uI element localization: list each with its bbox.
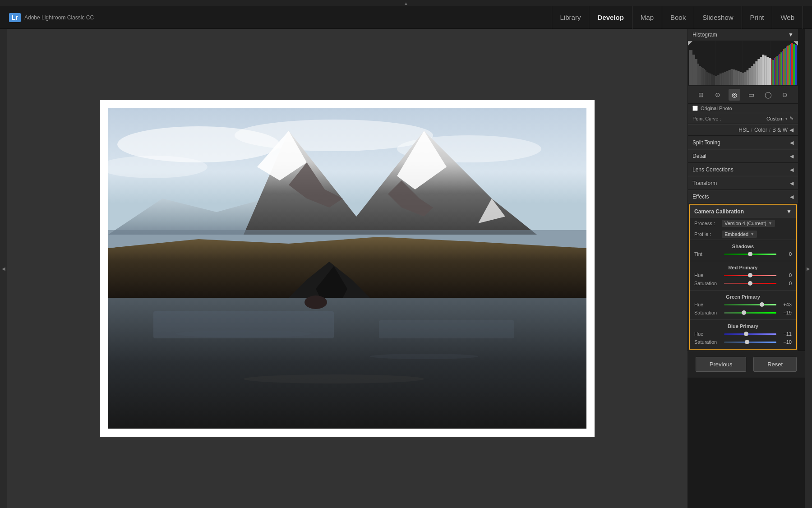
svg-rect-80 [790, 44, 791, 85]
blue-hue-value: −11 [779, 331, 792, 337]
green-sat-slider[interactable] [724, 309, 776, 316]
original-photo-label: Original Photo [701, 106, 732, 111]
hsl-sep2: / [769, 127, 770, 133]
original-photo-checkbox[interactable] [692, 106, 698, 111]
svg-rect-49 [733, 69, 735, 85]
tool-grid[interactable]: ⊞ [695, 89, 707, 101]
svg-rect-42 [717, 75, 720, 85]
svg-rect-75 [783, 49, 784, 85]
svg-rect-40 [713, 75, 715, 85]
nav-map[interactable]: Map [632, 6, 662, 29]
svg-point-18 [370, 354, 478, 359]
svg-rect-31 [699, 66, 701, 85]
lens-corrections-header[interactable]: Lens Corrections ◀ [688, 163, 798, 176]
histogram-area [688, 41, 798, 86]
svg-rect-38 [710, 74, 711, 85]
blue-hue-row: Hue −11 [694, 330, 792, 338]
nav-develop[interactable]: Develop [589, 6, 632, 29]
nav-library[interactable]: Library [552, 6, 590, 29]
green-hue-label: Hue [694, 302, 721, 307]
svg-rect-82 [793, 44, 795, 85]
camera-calibration-title: Camera Calibration [694, 208, 744, 215]
process-value[interactable]: Version 4 (Current) ▼ [722, 220, 775, 227]
svg-rect-43 [720, 74, 722, 85]
detail-header[interactable]: Detail ◀ [688, 149, 798, 163]
svg-rect-34 [704, 69, 705, 85]
tool-radial[interactable]: ◯ [762, 89, 774, 101]
svg-rect-22 [379, 320, 514, 338]
effects-header[interactable]: Effects ◀ [688, 190, 798, 203]
detail-label: Detail [692, 153, 706, 159]
svg-rect-66 [771, 59, 772, 85]
blue-sat-value: −10 [779, 339, 792, 345]
profile-text: Embedded [724, 231, 748, 237]
blue-primary-group: Blue Primary Hue −11 Saturation [690, 320, 796, 349]
nav-book[interactable]: Book [662, 6, 694, 29]
svg-rect-70 [776, 56, 778, 85]
top-panel-toggle[interactable]: ▲ [0, 0, 812, 6]
tool-heal[interactable]: ▭ [746, 89, 757, 101]
camera-calibration-arrow: ▼ [786, 208, 792, 215]
svg-rect-37 [708, 73, 710, 85]
svg-rect-41 [715, 76, 717, 85]
histogram-svg [688, 41, 798, 86]
nav-slideshow[interactable]: Slideshow [694, 6, 742, 29]
right-arrow-icon: ▶ [807, 266, 810, 271]
point-curve-edit-icon[interactable]: ✎ [789, 115, 794, 121]
right-panel-toggle[interactable]: ▶ [805, 29, 812, 508]
lens-corrections-arrow: ◀ [790, 167, 794, 173]
svg-rect-83 [795, 45, 797, 85]
green-sat-row: Saturation −19 [694, 309, 792, 317]
svg-rect-74 [782, 51, 783, 85]
shadows-tint-label: Tint [694, 251, 721, 257]
point-curve-dropdown-icon[interactable]: ▾ [785, 116, 788, 121]
profile-dropdown-icon: ▼ [750, 232, 754, 236]
camera-calibration-header[interactable]: Camera Calibration ▼ [690, 205, 796, 218]
app-logo: Lr Adobe Lightroom Classic CC [9, 13, 94, 22]
green-primary-group: Green Primary Hue +43 Saturation [690, 291, 796, 319]
right-panel-wrapper: Histogram ▼ [687, 29, 805, 508]
nav-print[interactable]: Print [742, 6, 773, 29]
tool-crop[interactable]: ⊙ [712, 89, 724, 101]
nav-web[interactable]: Web [772, 6, 803, 29]
svg-rect-56 [748, 68, 751, 85]
left-arrow-icon: ◀ [2, 266, 5, 271]
red-sat-slider[interactable] [724, 280, 776, 286]
previous-button[interactable]: Previous [696, 357, 747, 372]
point-curve-row: Point Curve : Custom ▾ ✎ [688, 113, 798, 124]
shadows-tint-slider[interactable] [724, 251, 776, 257]
profile-value[interactable]: Embedded ▼ [722, 231, 757, 238]
svg-rect-73 [780, 52, 782, 85]
histogram-dropdown-icon[interactable]: ▼ [788, 32, 794, 38]
svg-rect-59 [755, 61, 757, 85]
reset-button[interactable]: Reset [753, 357, 797, 372]
green-hue-slider[interactable] [724, 301, 776, 308]
main-area: ◀ [0, 29, 812, 508]
process-row: Process : Version 4 (Current) ▼ [690, 218, 796, 229]
bw-label: B & W [772, 127, 788, 133]
svg-rect-72 [779, 54, 780, 85]
left-panel-toggle[interactable]: ◀ [0, 29, 7, 508]
tool-adjustment[interactable]: ⊖ [779, 89, 791, 101]
split-toning-arrow: ◀ [790, 140, 794, 146]
hsl-section-header[interactable]: HSL / Color / B & W ◀ [688, 124, 798, 136]
right-panel: Histogram ▼ [687, 29, 798, 351]
green-sat-label: Saturation [694, 310, 721, 315]
svg-rect-46 [726, 71, 729, 85]
svg-rect-60 [757, 59, 760, 85]
histogram-header: Histogram ▼ [688, 29, 798, 41]
tool-develop[interactable]: ◎ [729, 89, 740, 101]
svg-rect-51 [738, 71, 740, 85]
split-toning-header[interactable]: Split Toning ◀ [688, 136, 798, 149]
transform-header[interactable]: Transform ◀ [688, 176, 798, 190]
red-hue-label: Hue [694, 272, 721, 278]
point-curve-value: Custom ▾ ✎ [766, 115, 794, 121]
split-toning-label: Split Toning [692, 139, 720, 146]
blue-sat-slider[interactable] [724, 339, 776, 345]
red-hue-slider[interactable] [724, 272, 776, 278]
red-hue-row: Hue 0 [694, 271, 792, 279]
red-sat-row: Saturation 0 [694, 279, 792, 287]
blue-hue-slider[interactable] [724, 331, 776, 337]
svg-rect-55 [746, 70, 748, 85]
camera-calibration-section: Camera Calibration ▼ Process : Version 4… [689, 204, 797, 350]
